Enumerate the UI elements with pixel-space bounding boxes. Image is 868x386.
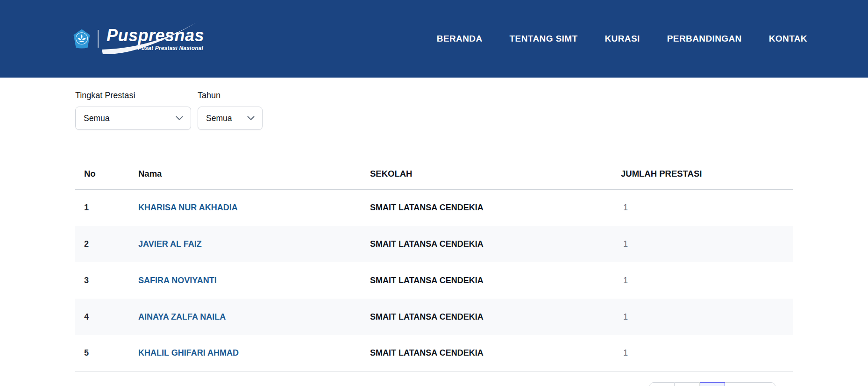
cell-sekolah: SMAIT LATANSA CENDEKIA bbox=[370, 335, 621, 372]
pagination-cell[interactable] bbox=[750, 382, 776, 386]
table-row: 1 KHARISA NUR AKHADIA SMAIT LATANSA CEND… bbox=[75, 189, 793, 226]
brand-name: Puspresnas bbox=[107, 27, 204, 44]
column-header-no: No bbox=[75, 158, 138, 189]
tingkat-prestasi-label: Tingkat Prestasi bbox=[75, 91, 191, 100]
nav-item-kurasi[interactable]: KURASI bbox=[605, 34, 640, 44]
table-row: 2 JAVIER AL FAIZ SMAIT LATANSA CENDEKIA … bbox=[75, 226, 793, 262]
chevron-down-icon bbox=[247, 116, 255, 121]
pagination-cell-current[interactable] bbox=[700, 382, 725, 386]
cell-no: 3 bbox=[75, 262, 138, 299]
brand-logo[interactable]: Puspresnas Pusat Prestasi Nasional bbox=[73, 26, 207, 51]
pagination-cell[interactable] bbox=[675, 382, 700, 386]
student-name-link[interactable]: SAFIRA NOVIYANTI bbox=[138, 276, 217, 285]
app-header: Puspresnas Pusat Prestasi Nasional BERAN… bbox=[0, 0, 868, 78]
chevron-down-icon bbox=[176, 116, 183, 121]
nav-item-kontak[interactable]: KONTAK bbox=[769, 34, 807, 44]
filter-tingkat-prestasi: Tingkat Prestasi Semua bbox=[75, 91, 191, 130]
column-header-sekolah: SEKOLAH bbox=[370, 158, 621, 189]
prestasi-table: No Nama SEKOLAH JUMLAH PRESTASI 1 KHARIS… bbox=[75, 158, 793, 372]
pagination bbox=[649, 382, 776, 386]
cell-jumlah: 1 bbox=[621, 226, 793, 262]
tahun-label: Tahun bbox=[198, 91, 263, 100]
cell-no: 2 bbox=[75, 226, 138, 262]
tingkat-prestasi-select[interactable]: Semua bbox=[75, 107, 191, 130]
student-name-link[interactable]: KHARISA NUR AKHADIA bbox=[138, 203, 238, 212]
student-name-link[interactable]: JAVIER AL FAIZ bbox=[138, 239, 202, 249]
cell-sekolah: SMAIT LATANSA CENDEKIA bbox=[370, 226, 621, 262]
filters-row: Tingkat Prestasi Semua Tahun Semua bbox=[75, 91, 793, 130]
filter-tahun: Tahun Semua bbox=[198, 91, 263, 130]
brand-tagline: Pusat Prestasi Nasional bbox=[107, 45, 204, 51]
cell-jumlah: 1 bbox=[621, 189, 793, 226]
table-header-row: No Nama SEKOLAH JUMLAH PRESTASI bbox=[75, 158, 793, 189]
tingkat-prestasi-value: Semua bbox=[84, 114, 109, 123]
table-row: 5 KHALIL GHIFARI AHMAD SMAIT LATANSA CEN… bbox=[75, 335, 793, 372]
tahun-value: Semua bbox=[206, 114, 232, 123]
tut-wuri-handayani-emblem-icon bbox=[73, 29, 91, 49]
student-name-link[interactable]: AINAYA ZALFA NAILA bbox=[138, 312, 226, 322]
pagination-cell[interactable] bbox=[725, 382, 750, 386]
main-nav: BERANDA TENTANG SIMT KURASI PERBANDINGAN… bbox=[437, 34, 807, 44]
cell-jumlah: 1 bbox=[621, 335, 793, 372]
cell-sekolah: SMAIT LATANSA CENDEKIA bbox=[370, 299, 621, 335]
tahun-select[interactable]: Semua bbox=[198, 107, 263, 130]
cell-jumlah: 1 bbox=[621, 262, 793, 299]
table-row: 3 SAFIRA NOVIYANTI SMAIT LATANSA CENDEKI… bbox=[75, 262, 793, 299]
main-content: Tingkat Prestasi Semua Tahun Semua No bbox=[75, 91, 793, 372]
cell-sekolah: SMAIT LATANSA CENDEKIA bbox=[370, 189, 621, 226]
cell-sekolah: SMAIT LATANSA CENDEKIA bbox=[370, 262, 621, 299]
cell-jumlah: 1 bbox=[621, 299, 793, 335]
nav-item-tentang-simt[interactable]: TENTANG SIMT bbox=[510, 34, 578, 44]
column-header-jumlah: JUMLAH PRESTASI bbox=[621, 158, 793, 189]
brand-divider bbox=[98, 30, 99, 48]
column-header-nama: Nama bbox=[138, 158, 370, 189]
pagination-cell[interactable] bbox=[649, 382, 675, 386]
student-name-link[interactable]: KHALIL GHIFARI AHMAD bbox=[138, 348, 239, 357]
cell-no: 5 bbox=[75, 335, 138, 372]
nav-item-perbandingan[interactable]: PERBANDINGAN bbox=[667, 34, 742, 44]
table-row: 4 AINAYA ZALFA NAILA SMAIT LATANSA CENDE… bbox=[75, 299, 793, 335]
cell-no: 1 bbox=[75, 189, 138, 226]
brand-wordmark: Puspresnas Pusat Prestasi Nasional bbox=[106, 26, 207, 51]
cell-no: 4 bbox=[75, 299, 138, 335]
nav-item-beranda[interactable]: BERANDA bbox=[437, 34, 483, 44]
